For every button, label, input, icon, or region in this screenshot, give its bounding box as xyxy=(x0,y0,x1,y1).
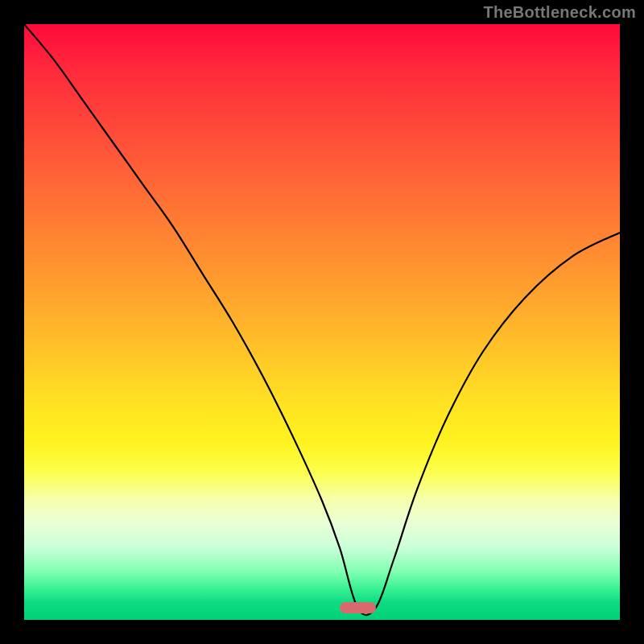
watermark-text: TheBottleneck.com xyxy=(483,3,636,22)
minimum-marker xyxy=(340,602,375,613)
plot-area xyxy=(24,24,620,620)
chart-frame: TheBottleneck.com xyxy=(0,0,644,644)
curve-path xyxy=(24,24,620,615)
bottleneck-curve xyxy=(24,24,620,620)
